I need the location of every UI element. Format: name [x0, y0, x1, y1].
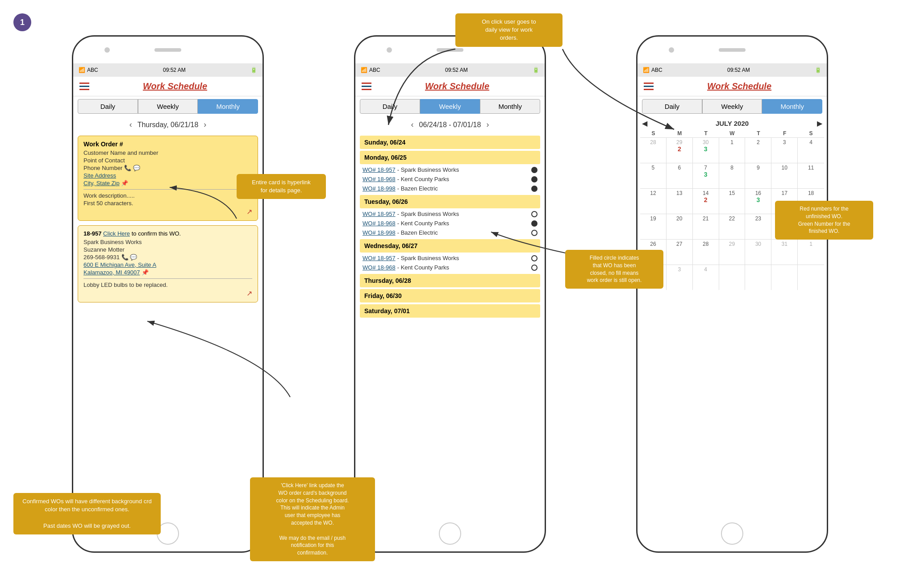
cal-cell[interactable]: 1 — [719, 138, 746, 163]
signal-icon-1: 📶 — [79, 67, 85, 73]
cal-cell[interactable]: 18 — [798, 189, 824, 214]
week-friday: Friday, 06/30 — [360, 289, 540, 302]
cal-cell[interactable]: 22 — [719, 214, 746, 239]
home-button-3[interactable] — [721, 522, 743, 545]
prev-arrow-1[interactable]: ‹ — [129, 120, 132, 129]
cal-cell[interactable]: 6 — [667, 163, 693, 188]
cal-cell[interactable]: 8 — [719, 163, 746, 188]
cal-cell[interactable]: 26 — [640, 240, 667, 265]
cal-cell[interactable]: 4 — [693, 265, 719, 290]
cal-cell[interactable]: 19 — [640, 214, 667, 239]
cal-cell[interactable]: 31 — [771, 240, 798, 265]
tab-monthly-3[interactable]: Monthly — [762, 99, 822, 114]
week-item[interactable]: WO# 18-957 - Spark Business Works — [360, 209, 540, 219]
wo-link[interactable]: WO# 18-968 — [362, 176, 396, 182]
cal-cell[interactable]: 29 — [719, 240, 746, 265]
cal-cell[interactable]: 25 — [798, 214, 824, 239]
week-item[interactable]: WO# 18-998 - Bazen Electric — [360, 228, 540, 237]
date-text-2: 06/24/18 - 07/01/18 — [419, 121, 481, 129]
cal-cell[interactable]: 15 — [719, 189, 746, 214]
cal-cell[interactable]: 3 — [771, 138, 798, 163]
cal-cell[interactable]: 4 — [798, 138, 824, 163]
cal-cell[interactable]: 30 — [745, 240, 771, 265]
week-item[interactable]: WO# 18-957 - Spark Business Works — [360, 253, 540, 263]
week-item[interactable]: WO# 18-968 - Kent County Parks — [360, 263, 540, 272]
next-arrow-2[interactable]: › — [486, 120, 489, 129]
week-item[interactable]: WO# 18-968 - Kent County Parks — [360, 174, 540, 184]
tab-daily-1[interactable]: Daily — [78, 99, 138, 114]
home-button-2[interactable] — [439, 522, 461, 545]
wo-address-1[interactable]: 600 E Michigan Ave, Suite A — [83, 261, 252, 268]
wo-link[interactable]: WO# 18-998 — [362, 229, 396, 236]
hamburger-icon-2[interactable] — [362, 83, 371, 90]
cal-cell[interactable]: 12 — [640, 189, 667, 214]
tab-weekly-1[interactable]: Weekly — [138, 99, 198, 114]
wo-desc-2: First 50 characters. — [83, 200, 252, 207]
cal-cell[interactable]: 23 — [745, 214, 771, 239]
cal-cell — [745, 265, 771, 290]
corner-arrow-2: ↗ — [246, 289, 252, 298]
status-left-2: 📶 ABC — [361, 67, 380, 73]
wo-link[interactable]: WO# 18-957 — [362, 166, 396, 173]
tab-weekly-2[interactable]: Weekly — [420, 99, 480, 114]
cal-cell[interactable]: 73 — [693, 163, 719, 188]
cal-cell[interactable]: 5 — [640, 163, 667, 188]
tab-daily-2[interactable]: Daily — [360, 99, 420, 114]
cal-cell[interactable]: 28 — [640, 138, 667, 163]
wo-phone: Phone Number 📞 💬 — [83, 165, 252, 171]
cal-cell[interactable]: 142 — [693, 189, 719, 214]
wo-card-info[interactable]: Work Order # Customer Name and number Po… — [78, 136, 258, 221]
monday-header: Monday, 06/25 — [360, 151, 540, 164]
cal-cell[interactable]: 17 — [771, 189, 798, 214]
home-button-1[interactable] — [157, 522, 179, 545]
cal-cell[interactable]: 24 — [771, 214, 798, 239]
cal-cell[interactable]: 13 — [667, 189, 693, 214]
week-item[interactable]: WO# 18-968 - Kent County Parks — [360, 219, 540, 228]
cal-cell[interactable]: 2 — [640, 265, 667, 290]
tab-daily-3[interactable]: Daily — [642, 99, 702, 114]
hamburger-icon-1[interactable] — [79, 83, 89, 90]
daily-scroll-1[interactable]: Work Order # Customer Name and number Po… — [73, 133, 262, 516]
cal-cell[interactable]: 163 — [745, 189, 771, 214]
wo-city-zip[interactable]: Kalamazoo, MI 49007 📌 — [83, 269, 252, 276]
cal-cell[interactable]: 27 — [667, 240, 693, 265]
tab-weekly-3[interactable]: Weekly — [702, 99, 762, 114]
week-item[interactable]: WO# 18-998 - Bazen Electric — [360, 184, 540, 193]
cal-cell[interactable]: 28 — [693, 240, 719, 265]
wo-link[interactable]: WO# 18-998 — [362, 185, 396, 192]
cal-cell[interactable]: 3 — [667, 265, 693, 290]
next-arrow-1[interactable]: › — [204, 120, 206, 129]
click-here-link[interactable]: Click Here — [103, 230, 130, 237]
weekly-scroll[interactable]: Sunday, 06/24 Monday, 06/25 WO# 18-957 -… — [355, 133, 545, 516]
cal-cell[interactable]: 11 — [798, 163, 824, 188]
wo-link[interactable]: WO# 18-957 — [362, 255, 396, 261]
cal-cell[interactable]: 21 — [693, 214, 719, 239]
tab-monthly-2[interactable]: Monthly — [480, 99, 540, 114]
week-item[interactable]: WO# 18-957 - Spark Business Works — [360, 165, 540, 174]
wo-city-state[interactable]: City, State Zip 📌 — [83, 180, 252, 186]
cal-cell — [719, 265, 746, 290]
camera-icon-1 — [104, 47, 110, 53]
date-nav-1: ‹ Thursday, 06/21/18 › — [73, 116, 262, 133]
sunday-header: Sunday, 06/24 — [360, 136, 540, 149]
cal-cell[interactable]: 1 — [798, 240, 824, 265]
tab-monthly-1[interactable]: Monthly — [198, 99, 258, 114]
wo-site-address[interactable]: Site Address — [83, 172, 252, 179]
wo-card-confirmed[interactable]: 18-957 Click Here to confirm this WO. Sp… — [78, 225, 258, 302]
cal-cell[interactable]: 303 — [693, 138, 719, 163]
cal-cell[interactable]: 10 — [771, 163, 798, 188]
wo-link[interactable]: WO# 18-968 — [362, 264, 396, 271]
hamburger-icon-3[interactable] — [644, 83, 654, 90]
cal-cell[interactable]: 2 — [745, 138, 771, 163]
cal-prev-arrow[interactable]: ◀ — [642, 119, 647, 128]
carrier-2: ABC — [369, 67, 380, 73]
cal-next-arrow[interactable]: ▶ — [817, 119, 822, 128]
cal-cell[interactable]: 292 — [667, 138, 693, 163]
time-3: 09:52 AM — [727, 67, 750, 73]
wo-link[interactable]: WO# 18-957 — [362, 211, 396, 217]
cal-header-row: S M T W T F S — [640, 130, 824, 137]
prev-arrow-2[interactable]: ‹ — [411, 120, 414, 129]
cal-cell[interactable]: 20 — [667, 214, 693, 239]
wo-link[interactable]: WO# 18-968 — [362, 220, 396, 227]
cal-cell[interactable]: 9 — [745, 163, 771, 188]
